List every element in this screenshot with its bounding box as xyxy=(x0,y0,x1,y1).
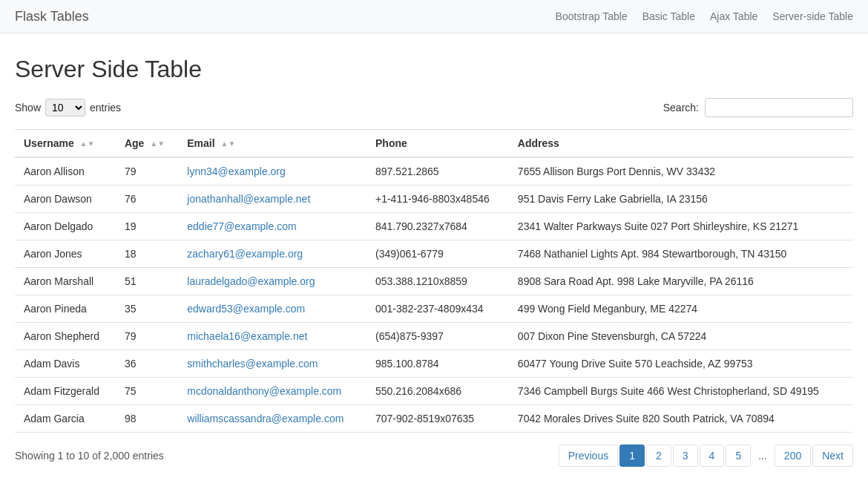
nav-item-serverside-table: Server-side Table xyxy=(772,10,853,22)
cell-email: eddie77@example.com xyxy=(178,213,366,240)
email-link[interactable]: lynn34@example.org xyxy=(187,165,286,177)
cell-username: Adam Fitzgerald xyxy=(15,378,116,405)
table-row: Aaron Dawson76jonathanhall@example.net+1… xyxy=(15,186,853,213)
controls-row: Show 10 25 50 100 entries Search: xyxy=(15,98,853,117)
cell-phone: 707-902-8519x07635 xyxy=(366,405,509,433)
nav-link-serverside-table[interactable]: Server-side Table xyxy=(772,7,853,25)
nav-link-ajax-table[interactable]: Ajax Table xyxy=(710,7,757,25)
cell-age: 79 xyxy=(116,157,178,186)
cell-age: 18 xyxy=(116,240,178,268)
email-link[interactable]: michaela16@example.net xyxy=(187,330,307,342)
cell-age: 51 xyxy=(116,268,178,295)
cell-age: 76 xyxy=(116,186,178,213)
sort-icon-email: ▲▼ xyxy=(221,140,236,148)
table-row: Aaron Jones18zachary61@example.org(349)0… xyxy=(15,240,853,268)
nav-link-basic-table[interactable]: Basic Table xyxy=(642,7,695,25)
table-head: Username ▲▼ Age ▲▼ Email ▲▼ Phone xyxy=(15,130,853,158)
cell-address: 7655 Allison Burgs Port Dennis, WV 33432 xyxy=(509,157,853,186)
page-link-2[interactable]: 2 xyxy=(646,445,671,467)
pagination-page-5: 5 xyxy=(726,445,751,467)
nav-item-ajax-table: Ajax Table xyxy=(710,10,757,22)
cell-email: lauradelgado@example.org xyxy=(178,268,366,295)
page-link-1[interactable]: 1 xyxy=(619,445,645,467)
table-row: Adam Fitzgerald75mcdonaldanthony@example… xyxy=(15,378,853,405)
cell-username: Aaron Marshall xyxy=(15,268,116,295)
cell-phone: 001-382-237-4809x434 xyxy=(366,295,509,323)
email-link[interactable]: zachary61@example.org xyxy=(187,248,303,260)
table-body: Aaron Allison79lynn34@example.org897.521… xyxy=(15,157,853,433)
cell-phone: 053.388.1210x8859 xyxy=(366,268,509,295)
pagination-page-4: 4 xyxy=(700,445,725,467)
show-label: Show xyxy=(15,102,41,114)
pagination-next: Next xyxy=(812,445,853,467)
cell-age: 75 xyxy=(116,378,178,405)
cell-phone: 897.521.2865 xyxy=(366,157,509,186)
email-link[interactable]: mcdonaldanthony@example.com xyxy=(187,385,341,397)
header-row: Username ▲▼ Age ▲▼ Email ▲▼ Phone xyxy=(15,130,853,158)
cell-username: Aaron Jones xyxy=(15,240,116,268)
nav-item-basic-table: Basic Table xyxy=(642,10,695,22)
cell-age: 98 xyxy=(116,405,178,433)
cell-email: mcdonaldanthony@example.com xyxy=(178,378,366,405)
col-address[interactable]: Address xyxy=(509,130,853,158)
page-title: Server Side Table xyxy=(15,56,853,83)
cell-phone: 985.100.8784 xyxy=(366,350,509,378)
nav-link-bootstrap-table[interactable]: Bootstrap Table xyxy=(556,7,628,25)
email-link[interactable]: smithcharles@example.com xyxy=(187,358,318,370)
cell-username: Aaron Delgado xyxy=(15,213,116,240)
table-row: Aaron Shepherd79michaela16@example.net(6… xyxy=(15,323,853,350)
cell-age: 36 xyxy=(116,350,178,378)
cell-email: lynn34@example.org xyxy=(178,157,366,186)
table-wrapper: Username ▲▼ Age ▲▼ Email ▲▼ Phone xyxy=(15,129,853,433)
pagination-page-1: 1 xyxy=(619,445,645,467)
email-link[interactable]: lauradelgado@example.org xyxy=(187,275,315,287)
cell-address: 499 Wong Field Meganbury, ME 42274 xyxy=(509,295,853,323)
next-button[interactable]: Next xyxy=(812,445,853,467)
table-row: Aaron Marshall51lauradelgado@example.org… xyxy=(15,268,853,295)
page-link-200[interactable]: 200 xyxy=(775,445,811,467)
cell-age: 79 xyxy=(116,323,178,350)
table-row: Aaron Allison79lynn34@example.org897.521… xyxy=(15,157,853,186)
col-phone[interactable]: Phone xyxy=(366,130,509,158)
pagination-previous: Previous xyxy=(559,445,618,467)
page-link-4[interactable]: 4 xyxy=(700,445,725,467)
table-row: Adam Garcia98williamscassandra@example.c… xyxy=(15,405,853,433)
page-link-3[interactable]: 3 xyxy=(673,445,698,467)
email-link[interactable]: edward53@example.com xyxy=(187,303,305,315)
page-link-5[interactable]: 5 xyxy=(726,445,751,467)
cell-phone: 550.216.2084x686 xyxy=(366,378,509,405)
previous-button[interactable]: Previous xyxy=(559,445,618,467)
ellipsis: ... xyxy=(752,445,773,466)
table-row: Aaron Delgado19eddie77@example.com841.79… xyxy=(15,213,853,240)
cell-age: 35 xyxy=(116,295,178,323)
cell-email: jonathanhall@example.net xyxy=(178,186,366,213)
cell-address: 60477 Young Drive Suite 570 Leachside, A… xyxy=(509,350,853,378)
email-link[interactable]: williamscassandra@example.com xyxy=(187,413,343,424)
sort-icon-age: ▲▼ xyxy=(150,140,165,148)
entries-select[interactable]: 10 25 50 100 xyxy=(45,99,85,117)
col-email[interactable]: Email ▲▼ xyxy=(178,130,366,158)
showing-text: Showing 1 to 10 of 2,000 entries xyxy=(15,450,164,462)
cell-address: 7468 Nathaniel Lights Apt. 984 Stewartbo… xyxy=(509,240,853,268)
entries-label: entries xyxy=(90,102,121,114)
col-age[interactable]: Age ▲▼ xyxy=(116,130,178,158)
navbar: Flask Tables Bootstrap Table Basic Table… xyxy=(0,0,868,33)
search-input[interactable] xyxy=(705,98,853,117)
pagination-page-3: 3 xyxy=(673,445,698,467)
cell-phone: (654)875-9397 xyxy=(366,323,509,350)
cell-address: 7042 Morales Drives Suite 820 South Patr… xyxy=(509,405,853,433)
show-entries-control: Show 10 25 50 100 entries xyxy=(15,99,121,117)
cell-email: williamscassandra@example.com xyxy=(178,405,366,433)
email-link[interactable]: eddie77@example.com xyxy=(187,220,296,232)
cell-address: 951 Davis Ferry Lake Gabriella, IA 23156 xyxy=(509,186,853,213)
cell-email: edward53@example.com xyxy=(178,295,366,323)
cell-email: smithcharles@example.com xyxy=(178,350,366,378)
col-username[interactable]: Username ▲▼ xyxy=(15,130,116,158)
navbar-brand[interactable]: Flask Tables xyxy=(15,9,89,24)
table-row: Adam Davis36smithcharles@example.com985.… xyxy=(15,350,853,378)
cell-address: 7346 Campbell Burgs Suite 466 West Chris… xyxy=(509,378,853,405)
cell-age: 19 xyxy=(116,213,178,240)
pagination-page-200: 200 xyxy=(775,445,811,467)
email-link[interactable]: jonathanhall@example.net xyxy=(187,193,310,205)
cell-username: Adam Garcia xyxy=(15,405,116,433)
